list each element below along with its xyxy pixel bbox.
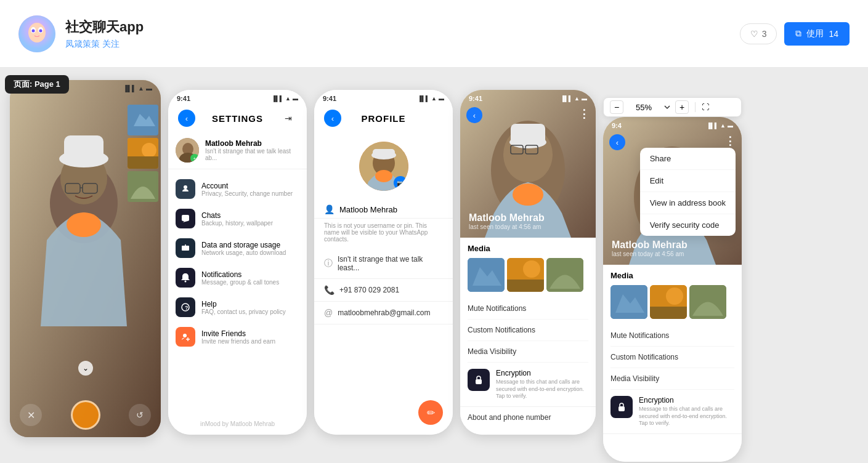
contact-name: Matloob Mehrab bbox=[469, 212, 545, 223]
action-media-visibility[interactable]: Media Visibility bbox=[468, 341, 588, 363]
person-icon: 👤 bbox=[324, 204, 335, 214]
phone-frame-page1: ▐▌▌ ▲ ▬ bbox=[10, 80, 161, 437]
header: 社交聊天app 凤箴策策 关注 ♡ 3 ⧉ 使用 14 bbox=[0, 0, 868, 68]
action-custom-notif[interactable]: Custom Notifications bbox=[468, 320, 588, 341]
frame-contact-wrapper: 9:41 ▐▌▌ ▲ ▬ bbox=[460, 90, 596, 435]
profile-avatar[interactable]: 📷 bbox=[359, 142, 408, 191]
back-button[interactable]: ‹ bbox=[178, 110, 195, 127]
wifi-icon: ▲ bbox=[720, 123, 726, 129]
media-thumb-2[interactable] bbox=[507, 258, 544, 292]
menu-verify-security[interactable]: Verify security code bbox=[640, 214, 736, 236]
menu-item-storage[interactable]: Data and storage usage Network usage, au… bbox=[168, 233, 307, 263]
settings-user-row[interactable]: + Matloob Mehrab Isn't it strange that w… bbox=[168, 132, 307, 169]
edit-fab-button[interactable]: ✏ bbox=[418, 400, 443, 425]
menu-item-account[interactable]: Account Privacy, Security, change number bbox=[168, 174, 307, 204]
svg-point-63 bbox=[666, 288, 683, 305]
encryption-row[interactable]: Encryption Message to this chat and call… bbox=[460, 363, 596, 407]
contact-back-button[interactable]: ‹ bbox=[466, 107, 482, 123]
menu-edit[interactable]: Edit bbox=[640, 170, 736, 192]
menu-label-help: Help bbox=[201, 300, 286, 308]
frame-profile-wrapper: 9:41 ▐▌▌ ▲ ▬ ‹ PROFILE bbox=[314, 90, 453, 435]
menu-item-notifications[interactable]: Notifications Message, group & call tone… bbox=[168, 263, 307, 292]
zoom-action-custom-notif[interactable]: Custom Notifications bbox=[610, 347, 734, 368]
svg-text:?: ? bbox=[185, 305, 189, 311]
zoom-contact-name-overlay: Matloob Mehrab last seen today at 4:56 a… bbox=[612, 240, 688, 257]
info-icon: ⓘ bbox=[324, 258, 333, 269]
encryption-sub: Message to this chat and calls are secur… bbox=[496, 379, 588, 400]
svg-point-42 bbox=[513, 183, 543, 206]
fullscreen-button[interactable]: ⛶ bbox=[702, 103, 709, 111]
zoom-encryption-row[interactable]: Encryption Message to this chat and call… bbox=[603, 390, 742, 434]
use-button[interactable]: ⧉ 使用 14 bbox=[784, 22, 850, 46]
wifi-icon: ▲ bbox=[574, 95, 580, 102]
follow-button[interactable]: 关注 bbox=[102, 39, 120, 49]
context-menu: Share Edit View in address book Verify s… bbox=[640, 148, 736, 236]
like-count: 3 bbox=[762, 29, 767, 39]
svg-rect-18 bbox=[128, 156, 158, 169]
media-thumb-1[interactable] bbox=[468, 258, 505, 292]
svg-rect-41 bbox=[511, 124, 545, 145]
lock-icon bbox=[468, 369, 490, 391]
menu-item-invite[interactable]: Invite Friends Invite new friends and ea… bbox=[168, 322, 307, 352]
zoom-action-media-visibility[interactable]: Media Visibility bbox=[610, 368, 734, 390]
page-label: 页面: Page 1 bbox=[5, 75, 69, 94]
menu-text-invite: Invite Friends Invite new friends and ea… bbox=[201, 329, 275, 345]
menu-share[interactable]: Share bbox=[640, 148, 736, 170]
chevron-down-icon[interactable]: ⌄ bbox=[78, 361, 93, 376]
menu-sub-account: Privacy, Security, change number bbox=[201, 190, 293, 197]
time-zoom: 9:4 bbox=[612, 122, 622, 129]
profile-field-email[interactable]: @ matloobmehrab@gmail.com bbox=[314, 302, 453, 324]
profile-field-phone[interactable]: 📞 +91 870 029 2081 bbox=[314, 279, 453, 302]
profile-title: PROFILE bbox=[361, 113, 405, 124]
zoom-media-thumb-2[interactable] bbox=[650, 285, 687, 319]
signal-icon: ▐▌▌ bbox=[272, 95, 283, 102]
refresh-button[interactable]: ↺ bbox=[129, 404, 151, 426]
settings-user-sub: Isn't it strange that we talk least ab..… bbox=[205, 148, 299, 161]
zoom-media-grid bbox=[610, 285, 734, 319]
close-button[interactable]: ✕ bbox=[20, 404, 42, 426]
profile-back-button[interactable]: ‹ bbox=[324, 110, 341, 127]
menu-item-chats[interactable]: Chats Backup, history, wallpaper bbox=[168, 204, 307, 233]
time-profile: 9:41 bbox=[323, 95, 336, 102]
record-button[interactable] bbox=[71, 400, 100, 430]
action-mute[interactable]: Mute Notifications bbox=[468, 298, 588, 320]
encryption-text: Encryption Message to this chat and call… bbox=[496, 369, 588, 400]
settings-user-name: Matloob Mehrab bbox=[205, 139, 299, 148]
menu-view-address[interactable]: View in address book bbox=[640, 192, 736, 214]
svg-point-4 bbox=[32, 29, 35, 32]
zoom-back-button[interactable]: ‹ bbox=[609, 134, 625, 150]
status-icons-p1: ▐▌▌ ▲ ▬ bbox=[123, 85, 152, 92]
media-thumb-3[interactable] bbox=[546, 258, 583, 292]
menu-sub-chats: Backup, history, wallpaper bbox=[201, 220, 273, 227]
settings-header: ‹ SETTINGS ⇥ bbox=[168, 105, 307, 132]
profile-name: Matloob Mehrab bbox=[339, 205, 397, 214]
canvas: 页面: Page 1 ▐▌▌ ▲ ▬ bbox=[0, 68, 868, 463]
about-phone-item[interactable]: About and phone number bbox=[460, 407, 596, 428]
zoom-plus-button[interactable]: + bbox=[675, 100, 689, 114]
time-contact: 9:41 bbox=[469, 95, 482, 102]
wifi-icon: ▲ bbox=[431, 95, 437, 102]
zoom-lock-icon bbox=[610, 396, 633, 418]
profile-about: Isn't it strange that we talk least... bbox=[338, 255, 443, 272]
contact-more-button[interactable]: ⋮ bbox=[578, 107, 590, 121]
thumbnail-3 bbox=[128, 171, 158, 202]
zoom-more-button[interactable]: ⋮ bbox=[724, 134, 736, 148]
svg-rect-51 bbox=[476, 379, 482, 384]
logout-button[interactable]: ⇥ bbox=[280, 110, 297, 127]
zoom-action-mute[interactable]: Mute Notifications bbox=[610, 325, 734, 347]
notifications-icon bbox=[176, 268, 195, 288]
menu-item-help[interactable]: ? Help FAQ, contact us, privacy policy bbox=[168, 292, 307, 322]
zoom-media-thumb-1[interactable] bbox=[610, 285, 647, 319]
zoom-minus-button[interactable]: − bbox=[610, 100, 623, 114]
zoom-contact-actions: Mute Notifications Custom Notifications … bbox=[603, 325, 742, 390]
menu-label-chats: Chats bbox=[201, 211, 273, 220]
menu-text-account: Account Privacy, Security, change number bbox=[201, 182, 293, 197]
signal-icon: ▐▌▌ bbox=[707, 123, 718, 129]
like-button[interactable]: ♡ 3 bbox=[740, 23, 777, 44]
media-section: Media bbox=[460, 238, 596, 298]
profile-field-about[interactable]: ⓘ Isn't it strange that we talk least... bbox=[314, 249, 453, 279]
status-icons-contact: ▐▌▌ ▲ ▬ bbox=[561, 95, 587, 102]
svg-rect-24 bbox=[182, 246, 189, 251]
menu-label-account: Account bbox=[201, 182, 293, 190]
zoom-media-thumb-3[interactable] bbox=[689, 285, 726, 319]
